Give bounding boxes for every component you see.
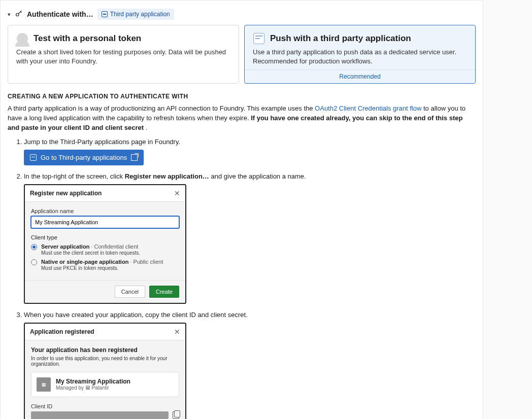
card-body: Use a third party application to push da… [253,48,467,65]
option-note: · Public client [128,259,163,265]
client-type-label: Client type [31,234,179,240]
text: . [146,124,148,131]
text-bold: Register new application… [125,172,209,180]
option-personal-token-card[interactable]: Test with a personal token Create a shor… [8,25,239,84]
section-title: CREATING A NEW APPLICATION TO AUTHENTICA… [8,93,476,100]
card-body: Create a short lived token for testing p… [16,48,230,65]
register-app-dialog-screenshot: Register new application ✕ Application n… [24,184,186,304]
option-subtext: Must use the client secret in token requ… [41,250,140,256]
step-1: Jump to the Third-Party applications pag… [24,138,476,165]
card-title: Test with a personal token [34,33,141,44]
app-name-label: Application name [31,208,179,214]
step-text: When you have created your application, … [24,311,248,319]
close-icon[interactable]: ✕ [174,328,180,336]
client-type-server-option[interactable]: Server application · Confidential client… [31,243,179,256]
copy-client-id-icon[interactable] [173,411,179,419]
user-icon [16,32,28,45]
option-third-party-app-card[interactable]: Push with a third party application Use … [244,25,476,84]
app-icon [253,32,265,45]
application-name-input[interactable] [31,216,179,228]
create-button[interactable]: Create [149,286,179,298]
radio-selected-icon [31,244,37,250]
page-title: Authenticate with… [27,10,93,18]
app-image-icon: ▦ [37,377,51,392]
key-icon [15,10,23,19]
app-icon [102,11,108,17]
oauth-credentials-link[interactable]: OAuth2 Client Credentials grant flow [315,104,421,112]
go-to-third-party-apps-button[interactable]: Go to Third-party applications [24,150,144,165]
intro-paragraph: A third party application is a way of pr… [8,104,476,133]
step-3: When you have created your application, … [24,311,476,419]
auth-option-cards: Test with a personal token Create a shor… [8,25,476,84]
dialog-title: Application registered [30,328,94,335]
managed-by-text: Managed by 🏛 Palantir [56,385,130,391]
step-2: In the top-right of the screen, click Re… [24,172,476,304]
close-icon[interactable]: ✕ [174,189,180,197]
chip-label: Third party application [110,11,170,18]
registered-subtext: In order to use this application, you ne… [31,356,179,367]
registered-title: Your application has been registered [31,346,179,354]
option-title: Server application [41,243,89,250]
client-id-field[interactable] [31,411,169,419]
text: A third party application is a way of pr… [8,104,315,112]
recommended-badge: Recommended [245,69,475,83]
step-text: Jump to the Third-Party applications pag… [24,138,180,146]
option-note: · Confidential client [89,243,138,250]
app-registered-dialog-screenshot: Application registered ✕ Your applicatio… [24,323,186,419]
third-party-application-chip[interactable]: Third party application [97,9,174,20]
text: and give the application a name. [211,172,306,180]
client-id-label: Client ID [31,403,179,409]
auth-header: ▾ Authenticate with… Third party applica… [8,8,476,25]
dialog-title: Register new application [30,190,102,197]
button-label: Go to Third-party applications [41,154,127,161]
registered-app-name: My Streaming Application [56,378,130,385]
client-type-native-option[interactable]: Native or single-page application · Publ… [31,259,179,271]
svg-point-0 [16,13,19,16]
option-subtext: Must use PKCE in token requests. [41,265,163,271]
text: In the top-right of the screen, click [24,172,125,180]
external-link-icon [131,154,138,161]
chevron-down-icon[interactable]: ▾ [8,11,11,18]
registered-app-card: ▦ My Streaming Application Managed by 🏛 … [31,372,179,397]
radio-unselected-icon [31,259,37,265]
app-icon [30,154,37,161]
card-title: Push with a third party application [270,33,411,44]
option-title: Native or single-page application [41,259,128,265]
cancel-button[interactable]: Cancel [115,286,145,298]
instruction-steps: Jump to the Third-Party applications pag… [8,138,476,419]
